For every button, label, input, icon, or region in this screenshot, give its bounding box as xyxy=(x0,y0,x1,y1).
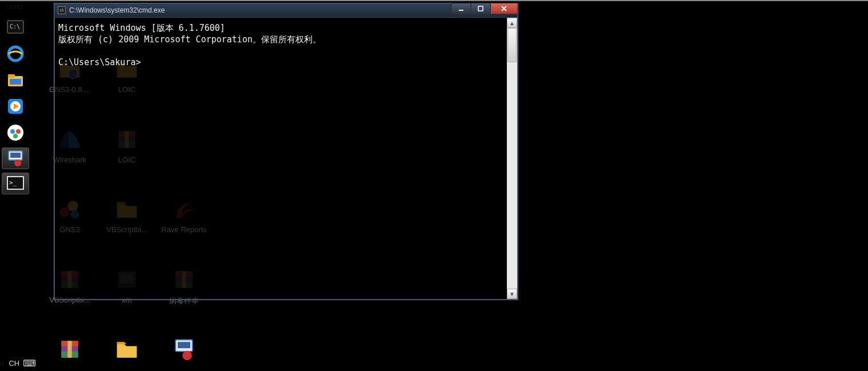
recorder-taskbtn[interactable] xyxy=(2,147,29,169)
svg-rect-42 xyxy=(459,10,463,11)
scroll-down-icon[interactable]: ▼ xyxy=(507,289,517,299)
maximize-button[interactable] xyxy=(471,3,490,14)
svg-rect-5 xyxy=(10,79,21,85)
svg-rect-4 xyxy=(8,74,15,78)
baidu-cloud-taskbtn[interactable] xyxy=(4,121,27,144)
cmd-title-text: C:\Windows\system32\cmd.exe xyxy=(69,6,165,14)
cmd-title-icon: c\ xyxy=(58,6,66,14)
terminal-taskbtn[interactable]: >_ xyxy=(2,173,29,194)
ie-taskbtn[interactable] xyxy=(4,42,27,65)
taskbar: :::::::::::: C:\ >_ :::::::: CH ⌨ xyxy=(0,1,31,371)
svg-point-15 xyxy=(14,159,21,166)
svg-rect-43 xyxy=(478,6,483,11)
language-label: CH xyxy=(9,359,19,368)
archive-extra-icon[interactable] xyxy=(42,336,97,365)
cmd-taskbtn[interactable]: C:\ xyxy=(4,16,27,39)
recorder-icon xyxy=(170,336,198,363)
taskbar-grip-icon: :::::::::::: xyxy=(7,3,23,13)
svg-point-10 xyxy=(10,129,15,134)
svg-point-11 xyxy=(16,129,21,134)
scroll-thumb[interactable] xyxy=(507,28,517,62)
cmd-output[interactable]: Microsoft Windows [版本 6.1.7600] 版权所有 (c)… xyxy=(55,18,507,299)
langbar-grip-icon: :::::::: xyxy=(0,361,5,366)
scroll-up-icon[interactable]: ▲ xyxy=(507,18,517,28)
svg-text:C:\: C:\ xyxy=(10,23,20,30)
window-controls xyxy=(451,3,518,15)
cmd-window[interactable]: c\ C:\Windows\system32\cmd.exe Microsoft… xyxy=(54,3,518,300)
cmd-scrollbar[interactable]: ▲ ▼ xyxy=(507,18,517,299)
close-button[interactable] xyxy=(490,3,518,14)
svg-point-41 xyxy=(182,351,192,361)
recorder-extra-icon[interactable] xyxy=(157,336,211,365)
cmd-body: Microsoft Windows [版本 6.1.7600] 版权所有 (c)… xyxy=(54,17,518,300)
svg-point-12 xyxy=(13,134,18,138)
folder-extra-icon[interactable] xyxy=(99,336,154,365)
explorer-taskbtn[interactable] xyxy=(4,69,27,91)
svg-text:>_: >_ xyxy=(9,179,17,186)
cmd-titlebar[interactable]: c\ C:\Windows\system32\cmd.exe xyxy=(54,3,518,17)
svg-rect-38 xyxy=(67,341,71,357)
svg-rect-40 xyxy=(178,342,190,348)
minimize-button[interactable] xyxy=(451,3,471,14)
archive-icon xyxy=(56,336,83,363)
svg-point-2 xyxy=(9,47,22,61)
svg-rect-14 xyxy=(10,153,21,158)
folder-icon xyxy=(113,336,141,363)
wmplayer-taskbtn[interactable] xyxy=(4,95,27,118)
